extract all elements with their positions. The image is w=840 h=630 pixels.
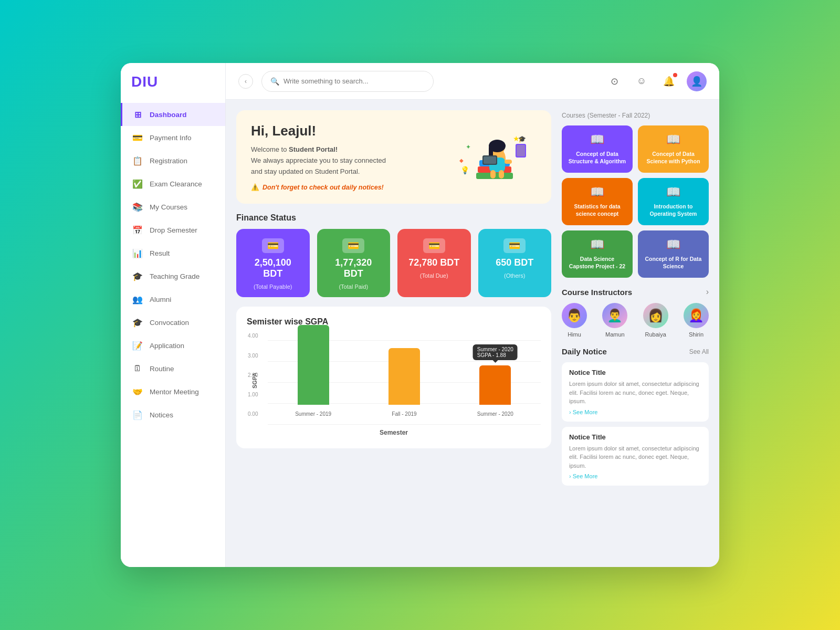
finance-card-amount-0: 2,50,100 BDT (244, 257, 302, 279)
bar-1[interactable] (388, 348, 420, 405)
notice-text: ⚠️ Don't forget to check out daily notic… (251, 183, 386, 191)
instructor-name-0: Himu (568, 331, 581, 338)
sidebar-item-result[interactable]: 📊 Result (121, 242, 225, 265)
sidebar: DIU ⊞ Dashboard 💳 Payment Info 📋 Registr… (121, 63, 226, 567)
sidebar-icon-my-courses: 📚 (132, 201, 143, 213)
sidebar-icon-payment-info: 💳 (132, 132, 143, 143)
finance-card-label-3: (Others) (504, 272, 525, 279)
instructor-0[interactable]: 👨 Himu (562, 303, 587, 338)
bar-2[interactable] (479, 365, 511, 405)
bell-icon[interactable]: 🔔 (659, 72, 678, 91)
sidebar-label-dashboard: Dashboard (150, 111, 187, 119)
instructor-avatar-2: 👩 (643, 303, 668, 328)
instructors-list: 👨 Himu 👨‍🦱 Mamun 👩 Rubaiya 👩‍🦰 Shirin (562, 303, 709, 338)
course-name-4: Data Science Capstone Project - 22 (567, 256, 627, 270)
welcome-illustration: ★ ✦ ✦ ◆ 🎓 💡 (442, 123, 537, 191)
instructor-name-2: Rubaiya (645, 331, 666, 338)
sidebar-item-exam-clearance[interactable]: ✅ Exam Clearance (121, 172, 225, 195)
finance-section: Finance Status 💳 2,50,100 BDT (Total Pay… (236, 213, 551, 297)
sidebar-item-alumni[interactable]: 👥 Alumni (121, 288, 225, 311)
right-panel: Courses (Semester - Fall 2022) 📖 Concept… (562, 110, 709, 556)
notice-see-more-1[interactable]: › See More (569, 473, 701, 479)
course-icon-2: 📖 (590, 185, 604, 199)
sidebar-icon-teaching-grade: 🎓 (132, 270, 143, 282)
instructor-1[interactable]: 👨‍🦱 Mamun (602, 303, 627, 338)
course-name-5: Concept of R for Data Science (643, 256, 704, 270)
instructor-name-3: Shirin (689, 331, 704, 338)
svg-rect-13 (484, 156, 496, 164)
grid-line-0 (268, 424, 541, 425)
sidebar-item-mentor-meeting[interactable]: 🤝 Mentor Meeting (121, 380, 225, 403)
sidebar-item-my-courses[interactable]: 📚 My Courses (121, 195, 225, 218)
bar-label-0: Summer - 2019 (295, 411, 331, 417)
courses-header: Courses (Semester - Fall 2022) (562, 110, 709, 119)
sidebar-icon-routine: 🗓 (132, 363, 143, 374)
content-area: Hi, Leajul! Welcome to Student Portal! W… (226, 100, 719, 567)
finance-card-2[interactable]: 💳 72,780 BDT (Total Due) (397, 229, 471, 297)
course-card-5[interactable]: 📖 Concept of R for Data Science (638, 230, 709, 278)
search-input[interactable] (284, 77, 425, 85)
compass-icon[interactable]: ⊙ (605, 72, 624, 91)
finance-card-0[interactable]: 💳 2,50,100 BDT (Total Payable) (236, 229, 310, 297)
sidebar-icon-notices: 📄 (132, 409, 143, 421)
finance-title: Finance Status (236, 213, 551, 223)
instructors-chevron[interactable]: › (706, 287, 709, 297)
course-name-2: Statistics for data science concept (567, 203, 627, 217)
x-axis-label: Semester (247, 429, 541, 436)
finance-card-label-1: (Total Paid) (339, 284, 368, 290)
sidebar-item-teaching-grade[interactable]: 🎓 Teaching Grade (121, 265, 225, 288)
bar-0[interactable] (298, 325, 329, 405)
course-card-4[interactable]: 📖 Data Science Capstone Project - 22 (562, 230, 633, 278)
course-card-3[interactable]: 📖 Introduction to Operating System (638, 178, 709, 225)
course-card-2[interactable]: 📖 Statistics for data science concept (562, 178, 633, 225)
courses-grid: 📖 Concept of Data Structure & Algorithm … (562, 125, 709, 278)
svg-rect-11 (505, 160, 512, 164)
svg-text:◆: ◆ (459, 158, 464, 163)
y-tick-2: 2.00 (248, 372, 258, 378)
avatar[interactable]: 👤 (687, 71, 707, 91)
sidebar-label-teaching-grade: Teaching Grade (150, 272, 200, 280)
sidebar-icon-application: 📝 (132, 340, 143, 351)
sidebar-item-drop-semester[interactable]: 📅 Drop Semester (121, 218, 225, 242)
finance-card-label-0: (Total Payable) (254, 284, 292, 290)
greeting-title: Hi, Leajul! (251, 123, 386, 139)
sidebar-item-dashboard[interactable]: ⊞ Dashboard (121, 103, 225, 126)
course-card-0[interactable]: 📖 Concept of Data Structure & Algorithm (562, 125, 633, 173)
sidebar-item-convocation[interactable]: 🎓 Convocation (121, 311, 225, 334)
notice-title-0: Notice Title (569, 369, 701, 376)
app-logo: DIU (121, 74, 225, 103)
sidebar-nav: ⊞ Dashboard 💳 Payment Info 📋 Registratio… (121, 103, 225, 426)
instructor-avatar-0: 👨 (562, 303, 587, 328)
finance-card-1[interactable]: 💳 1,77,320 BDT (Total Paid) (317, 229, 391, 297)
sidebar-item-application[interactable]: 📝 Application (121, 334, 225, 357)
sidebar-icon-exam-clearance: ✅ (132, 178, 143, 190)
instructor-3[interactable]: 👩‍🦰 Shirin (684, 303, 709, 338)
course-icon-1: 📖 (666, 133, 680, 146)
collapse-button[interactable]: ‹ (238, 74, 253, 89)
bar-group-2: Summer - 2020SGPA - 1.88Summer - 2020 (460, 365, 530, 417)
sidebar-item-notices[interactable]: 📄 Notices (121, 403, 225, 426)
sidebar-item-registration[interactable]: 📋 Registration (121, 149, 225, 172)
daily-notice-title: Daily Notice (562, 347, 607, 356)
finance-card-3[interactable]: 💳 650 BDT (Others) (478, 229, 552, 297)
see-all-button[interactable]: See All (689, 348, 709, 355)
course-name-0: Concept of Data Structure & Algorithm (567, 151, 627, 165)
sgpa-section: Semister wise SGPA SGPA 0.00 (236, 307, 551, 448)
sidebar-label-result: Result (150, 249, 170, 257)
bar-label-1: Fall - 2019 (392, 411, 416, 417)
bar-tooltip-2: Summer - 2020SGPA - 1.88 (473, 344, 518, 360)
welcome-text: Hi, Leajul! Welcome to Student Portal! W… (251, 123, 386, 191)
course-icon-5: 📖 (666, 238, 680, 251)
instructor-2[interactable]: 👩 Rubaiya (643, 303, 668, 338)
center-panel: Hi, Leajul! Welcome to Student Portal! W… (236, 110, 551, 556)
sidebar-label-notices: Notices (150, 411, 173, 419)
notices-list: Notice Title Lorem ipsum dolor sit amet,… (562, 362, 709, 486)
sidebar-item-payment-info[interactable]: 💳 Payment Info (121, 126, 225, 149)
course-card-1[interactable]: 📖 Concept of Data Science with Python (638, 125, 709, 173)
sidebar-label-alumni: Alumni (150, 296, 171, 303)
notice-see-more-0[interactable]: › See More (569, 409, 701, 415)
finance-card-icon-2: 💳 (423, 238, 445, 253)
chat-icon[interactable]: ☺ (632, 72, 651, 91)
sidebar-item-routine[interactable]: 🗓 Routine (121, 357, 225, 380)
instructor-name-1: Mamun (605, 331, 625, 338)
